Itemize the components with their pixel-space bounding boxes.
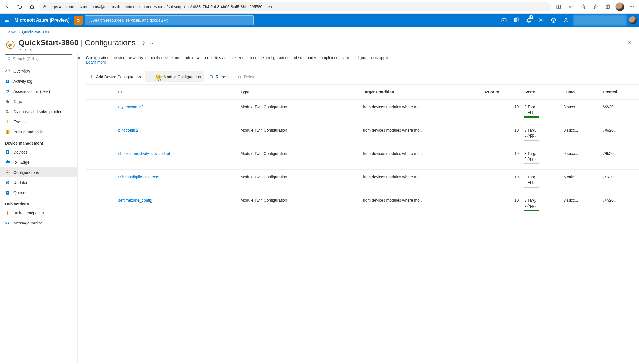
col-priority[interactable]: Priority (482, 85, 521, 100)
browser-url-bar[interactable]: https://ms.portal.azure.com/#@microsoft.… (39, 2, 551, 11)
azure-brand[interactable]: Microsoft Azure (Preview) (14, 18, 74, 23)
table-row[interactable]: pingconfig2 Module Twin Configuration fr… (86, 123, 639, 146)
browser-profile-avatar[interactable] (615, 2, 624, 11)
sidebar-item-iot-edge[interactable]: IoT Edge (0, 157, 77, 167)
sidebar-item-label: Built-in endpoints (14, 211, 44, 215)
sidebar-item-access-control-iam-[interactable]: Access control (IAM) (0, 86, 77, 96)
config-type: Module Twin Configuration (238, 123, 360, 146)
svg-point-11 (633, 6, 634, 7)
config-created: 7/7/20... (600, 193, 639, 216)
config-priority: 10 (482, 123, 521, 146)
table-row[interactable]: checkconnectivity_devicefleet Module Twi… (86, 146, 639, 170)
config-created: 7/6/20... (600, 123, 639, 146)
sidebar-item-message-routing[interactable]: Message routing (0, 218, 77, 228)
svg-point-21 (89, 19, 91, 21)
intro-text: Configurations provide the ability to mo… (86, 54, 639, 66)
svg-text:$: $ (7, 131, 8, 133)
sidebar-item-built-in-endpoints[interactable]: Built-in endpoints (0, 208, 77, 218)
hamburger-menu-button[interactable] (0, 14, 14, 27)
configurations-table: ID Type Target Condition Priority Syste.… (86, 85, 639, 216)
sidebar-item-configurations[interactable]: Configurations (0, 167, 77, 177)
sidebar-item-overview[interactable]: Overview (0, 66, 77, 76)
pin-icon[interactable] (141, 41, 146, 46)
svg-point-48 (8, 91, 9, 92)
help-icon[interactable] (547, 14, 560, 27)
notifications-icon[interactable]: 1 (523, 14, 535, 27)
svg-point-9 (630, 6, 631, 7)
col-target[interactable]: Target Condition (360, 85, 482, 100)
config-type: Module Twin Configuration (238, 193, 360, 216)
cloud-shell-icon[interactable] (498, 14, 510, 27)
nav-icon (5, 180, 10, 185)
favorites-list-icon[interactable] (591, 2, 601, 12)
favorite-star-icon[interactable] (578, 2, 588, 12)
table-row[interactable]: mypmcconfig2 Module Twin Configuration f… (86, 100, 639, 123)
svg-point-42 (9, 70, 10, 71)
sidebar-item-activity-log[interactable]: Activity log (0, 76, 77, 86)
nav-icon (5, 89, 10, 94)
browser-refresh-button[interactable] (15, 2, 25, 12)
azure-avatar[interactable] (629, 16, 637, 24)
config-type: Module Twin Configuration (238, 146, 360, 170)
sidebar-item-updates[interactable]: Updates (0, 177, 77, 188)
page-header: QuickStart-3860 | Configurations IoT Hub (0, 37, 639, 54)
svg-point-36 (154, 43, 154, 44)
collapse-sidebar-icon[interactable] (77, 56, 81, 60)
azure-search-box[interactable] (85, 15, 254, 25)
config-system-metrics: 3 Targ...0 Appl... (521, 123, 561, 146)
sidebar-item-pricing-and-scale[interactable]: $Pricing and scale (0, 127, 77, 137)
config-id-link[interactable]: sshdconfigfile_contents (118, 175, 159, 179)
add-module-config-button[interactable]: Add Module Configuration (145, 71, 204, 82)
sidebar-item-diagnose-and-solve-problems[interactable]: Diagnose and solve problems (0, 107, 77, 117)
directories-icon[interactable] (510, 14, 523, 27)
col-system[interactable]: Syste... (521, 85, 561, 100)
col-type[interactable]: Type (238, 85, 360, 100)
more-icon[interactable] (150, 41, 155, 46)
account-info[interactable] (573, 15, 627, 26)
sidebar-item-tags[interactable]: Tags (0, 96, 77, 107)
close-blade-button[interactable] (627, 40, 632, 45)
split-screen-icon[interactable] (554, 2, 564, 12)
settings-gear-icon[interactable] (535, 14, 547, 27)
config-id-link[interactable]: checkconnectivity_devicefleet (118, 151, 170, 156)
table-row[interactable]: settimezone_config Module Twin Configura… (86, 193, 639, 216)
table-row[interactable]: sshdconfigfile_contents Module Twin Conf… (86, 170, 639, 193)
browser-more-icon[interactable] (627, 2, 637, 12)
sidebar-search-input[interactable] (13, 57, 70, 61)
sidebar-item-events[interactable]: Events (0, 117, 77, 127)
config-id-link[interactable]: settimezone_config (118, 198, 152, 203)
breadcrumb-home[interactable]: Home (6, 30, 16, 34)
sidebar-search[interactable] (5, 54, 72, 63)
svg-point-41 (5, 71, 6, 71)
collections-icon[interactable] (603, 2, 613, 12)
config-id-link[interactable]: mypmcconfig2 (118, 105, 143, 109)
nav-icon (5, 99, 10, 104)
breadcrumb-current[interactable]: QuickStart-3860 (22, 30, 50, 34)
col-id[interactable]: ID (115, 85, 238, 100)
browser-home-button[interactable] (27, 2, 37, 12)
svg-point-49 (6, 100, 7, 101)
sidebar-section-device: Device management (0, 137, 77, 147)
browser-url-text: https://ms.portal.azure.com/#@microsoft.… (50, 5, 276, 9)
svg-rect-23 (502, 19, 506, 22)
sidebar-item-devices[interactable]: Devices (0, 147, 77, 157)
trash-icon (237, 75, 242, 79)
svg-text:A: A (569, 5, 571, 8)
read-aloud-icon[interactable]: A (566, 2, 576, 12)
add-device-config-button[interactable]: Add Device Configuration (86, 71, 144, 82)
sidebar-item-queries[interactable]: Queries (0, 188, 77, 198)
config-id-link[interactable]: pingconfig2 (118, 128, 138, 132)
azure-search-input[interactable] (92, 18, 250, 23)
iot-hub-icon (6, 40, 15, 50)
svg-point-66 (6, 222, 6, 223)
preview-bug-icon[interactable] (74, 16, 83, 25)
col-custom[interactable]: Custo... (561, 85, 600, 100)
browser-back-button[interactable] (2, 2, 12, 12)
config-target: from devices.modules where mo... (360, 193, 482, 216)
feedback-icon[interactable] (560, 14, 572, 27)
refresh-button[interactable]: Refresh (206, 71, 233, 82)
learn-more-link[interactable]: Learn more (86, 60, 106, 64)
main-content: Configurations provide the ability to mo… (78, 54, 639, 363)
config-target: from devices.modules where mo... (360, 146, 482, 170)
col-created[interactable]: Created (600, 85, 639, 100)
